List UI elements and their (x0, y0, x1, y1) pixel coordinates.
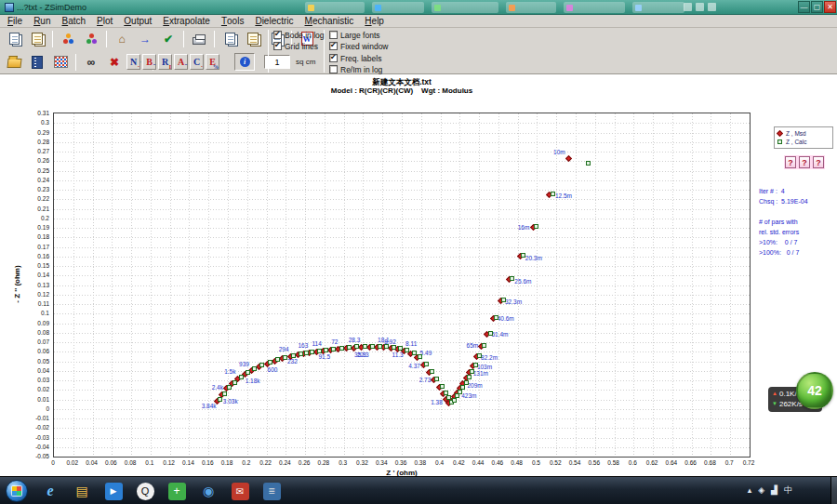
menu-label: ools (227, 16, 244, 26)
nyquist-plot-button[interactable]: N· (126, 54, 140, 70)
notepad-taskbar-button[interactable]: ≡ (259, 478, 285, 504)
query-button-1[interactable]: ? (785, 156, 796, 168)
data-point-calculated (291, 353, 296, 358)
show-desktop-button[interactable] (830, 477, 837, 504)
titlebar-ghost-item[interactable] (632, 2, 684, 13)
checkbox-box (329, 65, 338, 73)
open-folder-button[interactable] (4, 52, 24, 72)
gridline-vertical (305, 113, 306, 457)
gridline-horizontal (54, 247, 750, 248)
validate-button[interactable]: ✔ (158, 29, 179, 48)
menu-output[interactable]: Output (118, 15, 157, 27)
overlay-tool-icon[interactable] (684, 3, 692, 11)
batch-group-button[interactable] (58, 29, 78, 48)
delete-button[interactable]: ✖ (104, 52, 125, 72)
admittance-plot-button[interactable]: A˝ (174, 54, 188, 70)
ime-icon[interactable]: 中 (784, 486, 792, 495)
gridline-vertical (402, 113, 403, 457)
browser-taskbar-button[interactable]: ◉ (195, 478, 221, 504)
gridline-vertical (711, 113, 711, 457)
titlebar-ghost-item[interactable] (372, 2, 424, 13)
menu-run[interactable]: Run (28, 15, 56, 27)
model-grid-button[interactable] (50, 52, 71, 72)
titlebar-ghost-item[interactable] (506, 2, 556, 13)
menu-plot[interactable]: Plot (91, 15, 118, 27)
checkbox-freq-labels[interactable]: Freq. labels (329, 53, 382, 63)
print-button[interactable] (189, 29, 209, 48)
contacts-button[interactable] (81, 29, 101, 48)
checkbox-fixed-window[interactable]: Fixed window (329, 41, 389, 51)
media-player-taskbar-button[interactable]: ▶ (100, 478, 126, 504)
menu-batch[interactable]: Batch (56, 15, 91, 27)
menu-extrapolate[interactable]: Extrapolate (157, 15, 216, 27)
x-tick-label: 0.26 (299, 459, 311, 466)
menu-label: ielectric (262, 16, 294, 26)
menu-help[interactable]: Help (359, 15, 390, 27)
pars-over-10pct: >10%: 0 / 7 (759, 239, 797, 245)
preview-button[interactable]: ∞ (81, 52, 101, 72)
gridline-vertical (498, 113, 499, 457)
safety-center-taskbar-button[interactable]: + (164, 478, 190, 504)
y-tick-label: 0.16 (29, 253, 49, 259)
overlay-tool-icon[interactable] (696, 3, 704, 11)
copy-page-button[interactable] (219, 29, 240, 48)
bode-plot-button[interactable]: B˝ (142, 54, 156, 70)
overlay-tool-icon[interactable] (708, 3, 716, 11)
minimize-button[interactable]: — (798, 1, 810, 13)
menu-label: echanistic (312, 16, 353, 26)
menu-tools[interactable]: Tools (216, 15, 249, 27)
realimag-plot-button[interactable]: RI (158, 54, 172, 70)
checkbox-bode-in-log[interactable]: Bode in log (273, 30, 325, 40)
toolbar-separator (214, 31, 215, 47)
home-button[interactable]: ⌂ (112, 29, 132, 48)
window-controls: — ▢ ✕ (798, 1, 836, 13)
checkbox-group-3: Freq. labelsRe/Im in log (329, 53, 382, 74)
start-button[interactable] (6, 480, 28, 502)
gridline-vertical (730, 113, 731, 457)
data-file-button[interactable] (4, 29, 24, 48)
data-point-calculated (482, 343, 486, 348)
query-button-2[interactable]: ? (799, 156, 810, 168)
checkbox-label: Freq. labels (340, 54, 381, 63)
qq-taskbar-button[interactable]: Q (132, 478, 158, 504)
info-button[interactable]: i (234, 53, 255, 71)
internet-explorer-taskbar-button[interactable]: e (37, 478, 63, 504)
toolbar-separator (75, 54, 76, 71)
data-point-calculated (299, 351, 303, 356)
tray-expand-icon[interactable]: ▴ (748, 486, 752, 495)
x-tick-label: 0.12 (163, 459, 175, 466)
window-title: ...?txt - ZSimDemo (17, 3, 86, 12)
y-tick-label: 0.04 (29, 367, 49, 374)
checkbox-large-fonts[interactable]: Large fonts (329, 30, 389, 40)
menu-mechanistic[interactable]: Mechanistic (299, 15, 360, 27)
run-arrow-button[interactable]: → (135, 29, 155, 48)
maximize-button[interactable]: ▢ (811, 1, 823, 13)
titlebar-ghost-item[interactable] (432, 2, 498, 13)
capacitance-plot-button[interactable]: C· (190, 54, 204, 70)
gridline-vertical (151, 113, 152, 457)
network-tray-icon[interactable]: ▟ (771, 486, 777, 495)
frequency-label: 423m (461, 392, 476, 399)
report-pages-button[interactable] (243, 29, 263, 48)
ghost-item-icon (434, 5, 441, 11)
titlebar-ghost-item[interactable] (564, 2, 625, 13)
menu-dielectric[interactable]: Dielectric (249, 15, 299, 27)
memory-usage-ball[interactable]: 42 (796, 372, 833, 409)
error-analysis-button[interactable]: E% (206, 54, 219, 70)
notebook-button[interactable] (27, 52, 47, 72)
titlebar-ghost-item[interactable] (305, 2, 365, 13)
checkbox-grid-lines[interactable]: Grid lines (273, 41, 325, 51)
report-file-button[interactable] (27, 29, 47, 48)
safety-tray-icon[interactable]: ◈ (758, 486, 764, 495)
safety-center-icon: + (168, 483, 186, 500)
menu-file[interactable]: File (2, 15, 28, 27)
y-tick-label: -0.03 (29, 434, 49, 441)
legend-entry: Z , Msd (777, 129, 830, 138)
close-button[interactable]: ✕ (824, 1, 836, 13)
frequency-label: 131m (473, 370, 488, 377)
mail-taskbar-button[interactable]: ✉ (227, 478, 253, 504)
checkbox-box (329, 54, 338, 62)
folder-taskbar-button[interactable]: ▤ (69, 478, 95, 504)
checkbox-re-im-in-log[interactable]: Re/Im in log (329, 64, 382, 74)
query-button-3[interactable]: ? (813, 156, 824, 168)
